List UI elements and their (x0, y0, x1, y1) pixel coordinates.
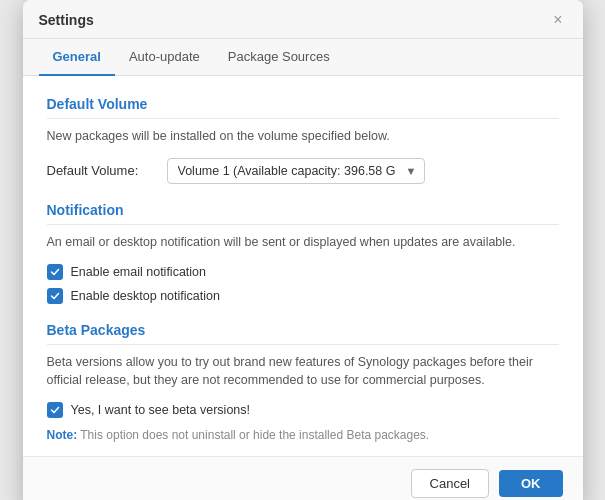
volume-select[interactable]: Volume 1 (Available capacity: 396.58 G (167, 158, 425, 184)
section-notification: Notification An email or desktop notific… (47, 202, 559, 304)
section-default-volume: Default Volume New packages will be inst… (47, 96, 559, 184)
beta-packages-desc: Beta versions allow you to try out brand… (47, 353, 559, 391)
section-beta-packages: Beta Packages Beta versions allow you to… (47, 322, 559, 445)
desktop-notification-label: Enable desktop notification (71, 289, 220, 303)
notification-desc: An email or desktop notification will be… (47, 233, 559, 252)
beta-checkbox-row[interactable]: Yes, I want to see beta versions! (47, 402, 559, 418)
beta-checkbox-icon (47, 402, 63, 418)
beta-note: Note: This option does not uninstall or … (47, 426, 559, 444)
default-volume-field-row: Default Volume: Volume 1 (Available capa… (47, 158, 559, 184)
tab-package-sources[interactable]: Package Sources (214, 39, 344, 76)
cancel-button[interactable]: Cancel (411, 469, 489, 498)
volume-select-wrapper: Volume 1 (Available capacity: 396.58 G ▼ (167, 158, 425, 184)
desktop-checkbox-icon (47, 288, 63, 304)
close-button[interactable]: × (549, 12, 566, 28)
note-content: This option does not uninstall or hide t… (77, 428, 429, 442)
dialog-titlebar: Settings × (23, 0, 583, 39)
tab-bar: General Auto-update Package Sources (23, 39, 583, 76)
dialog-footer: Cancel OK (23, 456, 583, 500)
dialog-title: Settings (39, 12, 94, 38)
default-volume-title: Default Volume (47, 96, 559, 119)
dialog-body: Default Volume New packages will be inst… (23, 76, 583, 456)
default-volume-label: Default Volume: (47, 163, 157, 178)
email-checkbox-icon (47, 264, 63, 280)
note-label: Note: (47, 428, 78, 442)
beta-packages-title: Beta Packages (47, 322, 559, 345)
beta-label: Yes, I want to see beta versions! (71, 403, 251, 417)
ok-button[interactable]: OK (499, 470, 563, 497)
email-notification-row[interactable]: Enable email notification (47, 264, 559, 280)
notification-title: Notification (47, 202, 559, 225)
email-notification-label: Enable email notification (71, 265, 207, 279)
tab-general[interactable]: General (39, 39, 115, 76)
tab-auto-update[interactable]: Auto-update (115, 39, 214, 76)
settings-dialog: Settings × General Auto-update Package S… (23, 0, 583, 500)
default-volume-desc: New packages will be installed on the vo… (47, 127, 559, 146)
desktop-notification-row[interactable]: Enable desktop notification (47, 288, 559, 304)
